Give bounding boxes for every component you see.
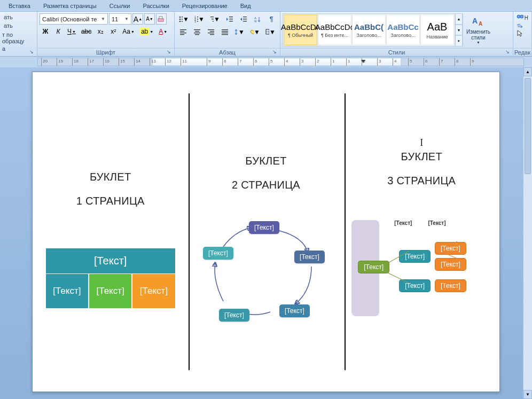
align-center-button[interactable] — [191, 26, 204, 38]
replace-button[interactable]: ab — [515, 22, 529, 29]
gallery-down-button[interactable]: ▼ — [455, 25, 463, 36]
style-name: ¶ Обычный — [285, 33, 317, 38]
justify-button[interactable] — [218, 26, 231, 38]
underline-button[interactable]: Ч▼ — [65, 26, 78, 37]
sa3-teal-box[interactable]: [Текст] — [399, 279, 431, 292]
menu-mailings[interactable]: Рассылки — [136, 1, 175, 11]
format-painter-button[interactable]: т по образцу — [2, 32, 35, 44]
clipboard-launcher-icon[interactable]: ↘ — [29, 49, 36, 56]
subscript-button[interactable]: x₂ — [95, 26, 106, 37]
font-name-combo[interactable]: Calibri (Основной те ▼ — [40, 13, 108, 25]
strike-button[interactable]: abc — [79, 26, 93, 37]
clear-formatting-button[interactable] — [156, 13, 167, 25]
menu-insert[interactable]: Вставка — [2, 1, 37, 11]
font-color-button[interactable]: A▼ — [157, 26, 169, 37]
svg-rect-26 — [180, 31, 184, 32]
horizontal-ruler[interactable]: 20191817161514131211987654321123456789 — [37, 58, 524, 66]
scroll-up-button[interactable]: ▲ — [523, 67, 532, 76]
borders-button[interactable]: ▼ — [263, 26, 278, 38]
svg-rect-22 — [243, 21, 247, 21]
column-1: БУКЛЕТ 1 СТРАНИЦА [Текст] [Текст] [Текст… — [33, 72, 188, 392]
style-tile[interactable]: AaBНазвание — [420, 14, 454, 45]
smartart-cycle[interactable]: [Текст] [Текст] [Текст] [Текст] [Текст] — [207, 221, 325, 323]
copy-button[interactable]: ать — [2, 22, 14, 29]
style-tile[interactable]: AaBbCcDc¶ Без инте... — [318, 14, 351, 45]
page[interactable]: БУКЛЕТ 1 СТРАНИЦА [Текст] [Текст] [Текст… — [32, 72, 500, 392]
menu-references[interactable]: Ссылки — [103, 1, 137, 11]
numbering-button[interactable]: 123▼ — [192, 13, 207, 25]
svg-text:A: A — [479, 21, 482, 27]
style-tile[interactable]: AaBbCcDc¶ Обычный — [284, 14, 317, 45]
style-sample: AaBbCcDc — [281, 22, 320, 32]
font-launcher-icon[interactable]: ↘ — [167, 49, 173, 56]
change-styles-icon: AA — [471, 16, 486, 28]
show-marks-button[interactable]: ¶ — [265, 13, 278, 25]
sa3-orange-box[interactable]: [Текст] — [435, 242, 466, 255]
paragraph-group-label: Абзац — [175, 48, 280, 56]
change-styles-button[interactable]: AA Изменить стили ▼ — [463, 13, 494, 46]
vertical-scrollbar[interactable]: ▲ ▼ — [523, 67, 532, 399]
outdent-icon — [226, 16, 233, 22]
scroll-down-button[interactable]: ▼ — [523, 390, 532, 399]
change-styles-label: Изменить стили — [464, 29, 492, 41]
superscript-button[interactable]: x² — [107, 26, 119, 37]
change-case-button[interactable]: Aa▼ — [120, 26, 137, 37]
borders-icon — [265, 29, 269, 35]
shrink-font-button[interactable]: A▼ — [144, 13, 155, 25]
align-left-button[interactable] — [177, 26, 190, 38]
svg-rect-31 — [194, 33, 200, 33]
sa3-orange-box[interactable]: [Текст] — [435, 279, 466, 292]
editing-group-label: Редак — [513, 48, 531, 56]
multilevel-button[interactable]: ▼ — [208, 13, 222, 25]
sa3-teal-box[interactable]: [Текст] — [399, 250, 431, 263]
sa1-top-cell[interactable]: [Текст] — [45, 248, 176, 273]
menu-page-layout[interactable]: Разметка страницы — [37, 1, 103, 11]
cycle-node[interactable]: [Текст] — [203, 247, 233, 260]
sa3-header: [Текст] — [394, 220, 412, 226]
select-button[interactable] — [515, 29, 529, 38]
line-spacing-button[interactable]: ▼ — [232, 26, 247, 38]
sa1-cell[interactable]: [Текст] — [132, 273, 175, 309]
column-2: БУКЛЕТ 2 СТРАНИЦА [Текст] [Текст] [Текст… — [188, 72, 343, 392]
tab-stop-marker[interactable] — [361, 60, 365, 63]
italic-button[interactable]: К — [52, 26, 64, 37]
style-tile[interactable]: AaBbCcЗаголово... — [386, 14, 420, 45]
document-area[interactable]: БУКЛЕТ 1 СТРАНИЦА [Текст] [Текст] [Текст… — [0, 67, 532, 399]
svg-point-2 — [179, 17, 181, 18]
svg-text:3: 3 — [194, 20, 196, 22]
highlight-button[interactable]: ab▼ — [138, 26, 155, 37]
style-tile[interactable]: AaBbC(Заголово... — [352, 14, 386, 45]
decrease-indent-button[interactable] — [223, 13, 236, 25]
gallery-more-button[interactable]: ▾ — [455, 35, 463, 46]
style-name: Заголово... — [387, 33, 419, 38]
sort-button[interactable]: AЯ — [251, 13, 264, 25]
increase-indent-button[interactable] — [237, 13, 250, 25]
svg-rect-37 — [222, 29, 228, 30]
cycle-node[interactable]: [Текст] — [279, 304, 310, 317]
paragraph-launcher-icon[interactable]: ↘ — [272, 49, 279, 56]
align-right-button[interactable] — [205, 26, 217, 38]
cut-button[interactable]: ать — [2, 13, 14, 21]
font-size-combo[interactable]: 11 ▼ — [109, 13, 131, 25]
find-button[interactable]: Н — [515, 13, 529, 22]
shading-button[interactable]: ▼ — [248, 26, 262, 38]
grow-font-button[interactable]: A▲ — [132, 13, 143, 25]
scroll-thumb[interactable] — [525, 78, 531, 174]
smartart-list[interactable]: [Текст] [Текст] [Текст] [Текст] [Текст] … — [351, 220, 491, 316]
menu-view[interactable]: Вид — [234, 1, 257, 11]
smartart-hierarchy[interactable]: [Текст] [Текст] [Текст] [Текст] — [45, 248, 176, 309]
cycle-node[interactable]: [Текст] — [219, 309, 249, 322]
sa3-orange-box[interactable]: [Текст] — [435, 258, 466, 271]
sa3-root-box[interactable]: [Текст] — [358, 261, 389, 273]
bold-button[interactable]: Ж — [40, 26, 51, 37]
bullets-button[interactable]: ▼ — [177, 13, 191, 25]
font-name-value: Calibri (Основной те — [42, 16, 97, 22]
sa1-cell[interactable]: [Текст] — [89, 273, 132, 309]
gallery-up-button[interactable]: ▲ — [455, 13, 463, 25]
cycle-node[interactable]: [Текст] — [249, 221, 279, 234]
sa1-cell[interactable]: [Текст] — [45, 273, 89, 309]
cycle-node[interactable]: [Текст] — [294, 251, 325, 263]
menu-review[interactable]: Рецензирование — [176, 1, 234, 11]
multilevel-icon — [210, 16, 214, 22]
styles-launcher-icon[interactable]: ↘ — [505, 49, 512, 56]
